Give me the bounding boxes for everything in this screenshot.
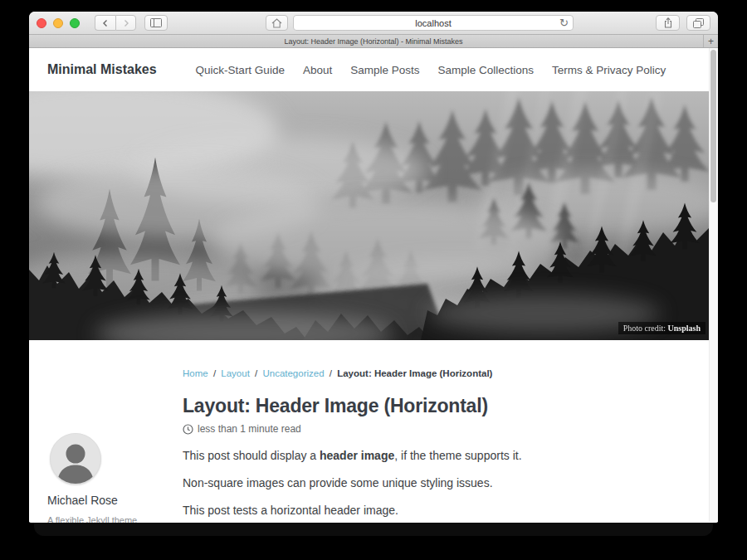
site-nav: Quick-Start Guide About Sample Posts Sam… [196, 64, 666, 76]
paragraph-2: Non-square images can provide some uniqu… [183, 476, 687, 489]
author-name: Michael Rose [47, 494, 162, 507]
author-bio: A flexible Jekyll theme for your blog or… [47, 514, 140, 523]
address-bar-url: localhost [415, 18, 451, 28]
foggy-forest-illustration [29, 91, 709, 340]
paragraph-1-bold: header image [320, 449, 394, 462]
breadcrumb: Home / Layout / Uncategorized / Layout: … [183, 368, 709, 378]
breadcrumb-link-home[interactable]: Home [183, 368, 208, 378]
home-button[interactable] [266, 15, 288, 31]
chevron-left-icon [101, 19, 110, 27]
person-silhouette-icon [51, 434, 100, 484]
breadcrumb-current: Layout: Header Image (Horizontal) [337, 368, 492, 378]
nav-item-quick-start-guide[interactable]: Quick-Start Guide [196, 64, 285, 76]
show-all-tabs-button[interactable] [686, 15, 710, 31]
paragraph-1: This post should display a header image,… [183, 449, 687, 462]
tabs-overview-icon [693, 18, 704, 28]
photo-credit: Photo credit: Unsplash [618, 322, 706, 334]
breadcrumb-separator: / [213, 368, 216, 378]
paragraph-3: This post tests a horizontal header imag… [183, 504, 687, 517]
article: Layout: Header Image (Horizontal) less t… [183, 395, 687, 517]
refresh-icon[interactable]: ↻ [559, 17, 569, 30]
breadcrumb-link-layout[interactable]: Layout [221, 368, 250, 378]
browser-window: localhost ↻ Layout: Header Image (Horizo… [29, 12, 718, 523]
read-time: less than 1 minute read [198, 423, 301, 435]
page-title: Layout: Header Image (Horizontal) [183, 395, 687, 417]
breadcrumb-separator: / [255, 368, 257, 378]
traffic-lights [37, 18, 80, 28]
page-body: Home / Layout / Uncategorized / Layout: … [29, 368, 709, 523]
scrollbar-track[interactable] [709, 48, 718, 522]
chevron-right-icon [122, 19, 130, 27]
sidebar-icon [150, 18, 162, 27]
post-meta: less than 1 minute read [183, 423, 687, 435]
zoom-window-button[interactable] [70, 18, 80, 28]
history-nav-group [95, 15, 136, 31]
minimize-window-button[interactable] [53, 18, 63, 28]
photo-credit-source-link[interactable]: Unsplash [668, 324, 701, 333]
scrollbar-thumb[interactable] [710, 50, 716, 202]
breadcrumb-separator: / [330, 368, 332, 378]
site-masthead: Minimal Mistakes Quick-Start Guide About… [29, 48, 709, 91]
share-button[interactable] [656, 15, 680, 31]
header-image: Photo credit: Unsplash [29, 91, 709, 340]
share-icon [663, 17, 673, 28]
tab-bar: Layout: Header Image (Horizontal) - Mini… [29, 35, 718, 48]
paragraph-1-text: This post should display a [183, 449, 320, 462]
browser-toolbar: localhost ↻ [29, 12, 718, 35]
nav-item-sample-posts[interactable]: Sample Posts [350, 64, 419, 76]
nav-item-terms-privacy[interactable]: Terms & Privacy Policy [552, 64, 666, 76]
breadcrumb-link-uncategorized[interactable]: Uncategorized [262, 368, 324, 378]
site-title-link[interactable]: Minimal Mistakes [47, 62, 157, 77]
nav-item-about[interactable]: About [303, 64, 332, 76]
new-tab-button[interactable]: + [703, 35, 718, 47]
paragraph-1-tail: , if the theme supports it. [394, 449, 521, 462]
author-profile: Michael Rose A flexible Jekyll theme for… [47, 433, 162, 523]
photo-credit-prefix: Photo credit: [623, 324, 668, 333]
clock-icon [183, 424, 193, 435]
nav-item-sample-collections[interactable]: Sample Collections [437, 64, 534, 76]
avatar [50, 433, 101, 485]
forward-button[interactable] [115, 15, 136, 31]
address-bar[interactable]: localhost ↻ [293, 15, 574, 31]
active-tab[interactable]: Layout: Header Image (Horizontal) - Mini… [284, 37, 462, 46]
home-icon [271, 18, 282, 28]
back-button[interactable] [95, 15, 115, 31]
sidebar-toggle-button[interactable] [144, 15, 168, 31]
close-window-button[interactable] [37, 18, 46, 28]
viewport: Minimal Mistakes Quick-Start Guide About… [29, 48, 718, 522]
